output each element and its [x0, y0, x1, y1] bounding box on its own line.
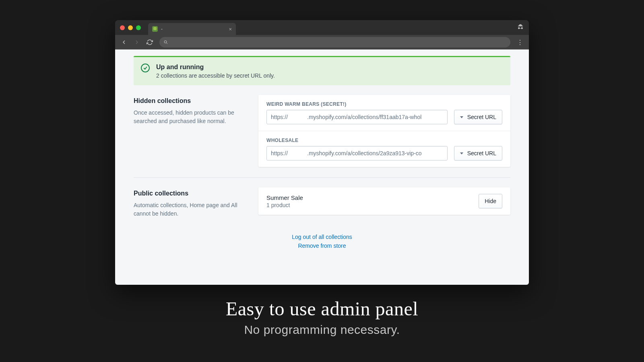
page-viewport: Up and running 2 collections are accessi… [115, 49, 529, 285]
public-collections-description: Automatic collections, Home page and All… [134, 201, 250, 218]
promo-caption: Easy to use admin panel No programming n… [0, 298, 644, 337]
url-bar[interactable] [159, 37, 510, 47]
secret-url-input[interactable]: https://.myshopify.com/a/collections/ff3… [266, 110, 448, 124]
logout-all-link[interactable]: Log out of all collections [134, 232, 510, 241]
chevron-down-icon [460, 152, 463, 154]
banner-description: 2 collections are accessible by secret U… [156, 72, 275, 79]
svg-point-0 [164, 41, 167, 43]
collection-label: WHOLESALE [266, 138, 502, 143]
collection-name: Summer Sale [266, 194, 303, 201]
banner-title: Up and running [156, 64, 275, 71]
section-divider [134, 177, 510, 178]
hide-button[interactable]: Hide [479, 194, 502, 208]
reload-button[interactable] [144, 37, 155, 48]
secret-url-input[interactable]: https://.myshopify.com/a/collections/2a9… [266, 146, 448, 160]
browser-tab[interactable]: - × [148, 23, 236, 35]
browser-menu-button[interactable]: ⋮ [514, 37, 526, 48]
public-collections-section: Public collections Automatic collections… [134, 187, 510, 218]
shopify-favicon-icon [152, 26, 158, 32]
remove-from-store-link[interactable]: Remove from store [134, 241, 510, 250]
close-tab-icon[interactable]: × [229, 26, 232, 32]
hidden-collection-row: WHOLESALE https://.myshopify.com/a/colle… [258, 131, 510, 167]
public-collection-row: Summer Sale 1 product Hide [258, 187, 510, 215]
checkmark-circle-icon [141, 64, 150, 72]
forward-button[interactable] [131, 37, 142, 48]
incognito-icon [517, 23, 524, 32]
hidden-collections-title: Hidden collections [134, 97, 250, 105]
maximize-window-button[interactable] [136, 25, 141, 30]
tab-title: - [161, 26, 163, 32]
browser-window: - × ⋮ Up and running 2 collections [115, 20, 529, 285]
promo-subtitle: No programming necessary. [0, 323, 644, 337]
hidden-collections-description: Once accessed, hidden products can be se… [134, 109, 250, 125]
secret-url-dropdown-button[interactable]: Secret URL [454, 110, 502, 124]
chevron-down-icon [460, 116, 463, 118]
minimize-window-button[interactable] [128, 25, 133, 30]
footer-links: Log out of all collections Remove from s… [134, 232, 510, 251]
hidden-collections-card: WEIRD WARM BEARS (SECRET!) https://.mysh… [258, 95, 510, 167]
hidden-collection-row: WEIRD WARM BEARS (SECRET!) https://.mysh… [258, 95, 510, 131]
public-collections-card: Summer Sale 1 product Hide [258, 187, 510, 215]
titlebar: - × [115, 20, 529, 35]
status-banner: Up and running 2 collections are accessi… [134, 56, 510, 85]
traffic-lights [120, 25, 141, 30]
public-collections-title: Public collections [134, 190, 250, 197]
close-window-button[interactable] [120, 25, 125, 30]
browser-toolbar: ⋮ [115, 35, 529, 49]
collection-label: WEIRD WARM BEARS (SECRET!) [266, 101, 502, 107]
secret-url-dropdown-button[interactable]: Secret URL [454, 146, 502, 160]
hidden-collections-section: Hidden collections Once accessed, hidden… [134, 95, 510, 167]
promo-title: Easy to use admin panel [0, 298, 644, 320]
back-button[interactable] [118, 37, 130, 48]
svg-line-1 [167, 43, 168, 44]
collection-product-count: 1 product [266, 202, 303, 208]
